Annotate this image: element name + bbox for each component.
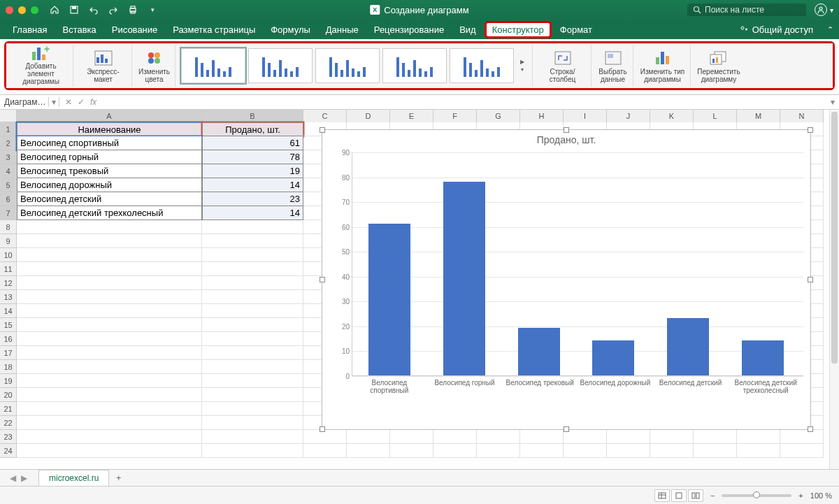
cell[interactable]	[433, 444, 477, 458]
chart-style-2[interactable]	[248, 48, 313, 83]
cell[interactable]: Велосипед горный	[17, 150, 202, 164]
row-header[interactable]: 11	[0, 262, 17, 276]
cell[interactable]	[17, 220, 202, 234]
zoom-level[interactable]: 100 %	[810, 491, 832, 500]
name-box[interactable]: Диаграм…	[0, 97, 49, 107]
row-header[interactable]: 15	[0, 318, 17, 332]
change-chart-type-button[interactable]: Изменить тип диаграммы	[635, 45, 691, 87]
cell[interactable]: Наименование	[17, 122, 202, 136]
cell[interactable]	[694, 430, 737, 444]
column-header-G[interactable]: G	[477, 110, 520, 122]
row-header[interactable]: 8	[0, 220, 17, 234]
row-header[interactable]: 14	[0, 304, 17, 318]
cell[interactable]	[650, 430, 694, 444]
cell[interactable]	[202, 388, 303, 402]
cell[interactable]	[17, 444, 202, 458]
column-header-I[interactable]: I	[564, 110, 607, 122]
cell[interactable]	[202, 444, 303, 458]
chart-bar[interactable]	[518, 328, 560, 375]
cell[interactable]	[17, 430, 202, 444]
row-header[interactable]: 21	[0, 402, 17, 416]
column-header-K[interactable]: K	[650, 110, 694, 122]
vertical-scrollbar[interactable]	[829, 110, 839, 469]
cell[interactable]	[17, 234, 202, 248]
cell[interactable]	[202, 290, 303, 304]
minimize-window-button[interactable]	[18, 6, 26, 14]
chart-style-3[interactable]	[315, 48, 380, 83]
cell[interactable]	[202, 220, 303, 234]
chart-style-1[interactable]	[181, 48, 245, 83]
column-header-M[interactable]: M	[737, 110, 780, 122]
cell[interactable]	[737, 444, 780, 458]
sheet-nav-prev-icon[interactable]: ◀	[8, 473, 17, 483]
row-header[interactable]: 17	[0, 346, 17, 360]
row-header[interactable]: 4	[0, 164, 17, 178]
cell[interactable]	[737, 430, 780, 444]
cell[interactable]: Велосипед детский	[17, 192, 202, 206]
cell[interactable]	[17, 388, 202, 402]
cancel-formula-icon[interactable]: ✕	[65, 97, 72, 107]
cell[interactable]	[520, 444, 564, 458]
tab-review[interactable]: Рецензирование	[367, 21, 451, 38]
tab-formulas[interactable]: Формулы	[264, 21, 317, 38]
search-input[interactable]: Поиск на листе	[687, 3, 806, 16]
quick-layout-button[interactable]: Экспресс-макет	[75, 45, 132, 87]
add-chart-element-button[interactable]: + Добавить элемент диаграммы	[9, 45, 73, 87]
chart-style-4[interactable]	[382, 48, 447, 83]
qat-dropdown-icon[interactable]: ▾	[148, 5, 157, 15]
zoom-out-button[interactable]: −	[710, 491, 715, 500]
switch-row-column-button[interactable]: Строка/столбец	[534, 45, 591, 87]
row-header[interactable]: 1	[0, 122, 17, 136]
row-header[interactable]: 22	[0, 416, 17, 430]
cell[interactable]	[202, 430, 303, 444]
fx-icon[interactable]: fx	[90, 97, 96, 107]
confirm-formula-icon[interactable]: ✓	[78, 97, 85, 107]
column-header-F[interactable]: F	[433, 110, 477, 122]
column-header-B[interactable]: B	[202, 110, 303, 122]
styles-next-icon[interactable]: ▶	[520, 59, 524, 65]
cell[interactable]: Велосипед дорожный	[17, 178, 202, 192]
row-header[interactable]: 10	[0, 248, 17, 262]
select-all-corner[interactable]	[0, 110, 17, 122]
change-colors-button[interactable]: Изменить цвета	[134, 45, 175, 87]
row-header[interactable]: 2	[0, 136, 17, 150]
cell[interactable]	[780, 444, 824, 458]
row-header[interactable]: 16	[0, 332, 17, 346]
tab-insert[interactable]: Вставка	[55, 21, 103, 38]
cell[interactable]	[17, 402, 202, 416]
name-box-dropdown[interactable]: ▾	[49, 97, 59, 107]
cell[interactable]: 61	[202, 136, 303, 150]
user-dropdown-icon[interactable]: ▾	[830, 6, 833, 14]
tab-data[interactable]: Данные	[319, 21, 366, 38]
normal-view-button[interactable]	[654, 489, 670, 502]
chart-bar[interactable]	[443, 182, 485, 375]
formula-expand-icon[interactable]: ▾	[826, 97, 839, 107]
cell[interactable]	[17, 416, 202, 430]
cell[interactable]	[390, 430, 433, 444]
row-header[interactable]: 6	[0, 192, 17, 206]
print-icon[interactable]	[128, 5, 138, 15]
cell[interactable]: Продано, шт.	[202, 122, 303, 136]
cell[interactable]	[17, 318, 202, 332]
move-chart-button[interactable]: Переместить диаграмму	[692, 45, 745, 87]
cell[interactable]	[347, 430, 390, 444]
column-header-L[interactable]: L	[694, 110, 737, 122]
column-header-H[interactable]: H	[520, 110, 564, 122]
cell[interactable]	[202, 234, 303, 248]
row-header[interactable]: 13	[0, 290, 17, 304]
chart-object[interactable]: Продано, шт. 0102030405060708090 Велосип…	[322, 129, 811, 430]
tab-page-layout[interactable]: Разметка страницы	[166, 21, 262, 38]
cell[interactable]	[202, 360, 303, 374]
row-header[interactable]: 7	[0, 206, 17, 220]
chart-style-5[interactable]	[450, 48, 514, 83]
cell[interactable]	[564, 430, 607, 444]
cell[interactable]	[202, 248, 303, 262]
chart-bar[interactable]	[368, 224, 410, 375]
cell[interactable]	[650, 444, 694, 458]
undo-icon[interactable]	[89, 5, 99, 15]
column-header-N[interactable]: N	[780, 110, 824, 122]
row-header[interactable]: 24	[0, 444, 17, 458]
add-sheet-button[interactable]: +	[109, 470, 128, 486]
cell[interactable]: 19	[202, 164, 303, 178]
cell[interactable]	[202, 304, 303, 318]
